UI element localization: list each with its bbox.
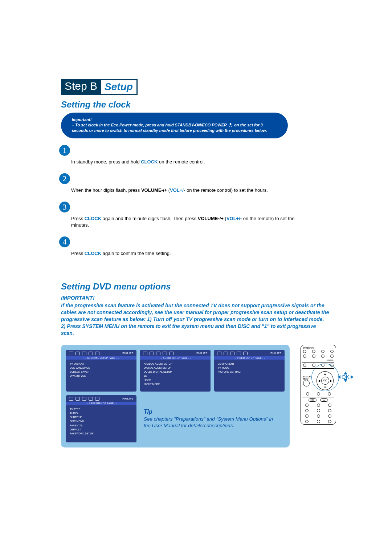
menu-iconbar: PHILIPS bbox=[66, 395, 136, 402]
section-title-clock: Setting the clock bbox=[61, 100, 337, 110]
step-header: Step B Setup bbox=[61, 79, 337, 95]
kw-volume: VOLUME-/+ bbox=[198, 216, 224, 221]
menu-item: DOLBY DIGITAL SETUP bbox=[144, 370, 207, 374]
menu-item: AUDIO bbox=[70, 411, 133, 415]
tab-icon bbox=[75, 397, 80, 401]
t: again and the minute digits flash. Then … bbox=[101, 216, 198, 221]
tab-icon bbox=[237, 352, 241, 355]
tip-label: Tip bbox=[144, 409, 281, 415]
kw-clock: CLOCK bbox=[141, 159, 158, 165]
remote-button bbox=[312, 355, 315, 358]
important2-label: IMPORTANT! bbox=[61, 295, 337, 301]
tab-icon bbox=[69, 352, 73, 355]
menu-iconbar: PHILIPS bbox=[214, 350, 285, 356]
t: ( bbox=[224, 216, 226, 221]
remote-button bbox=[317, 420, 320, 423]
menu-item: TV MODE bbox=[218, 366, 281, 370]
tab-icon bbox=[217, 352, 221, 355]
menu-title-audio: - - AUDIO SETUP PAGE - - bbox=[140, 356, 211, 360]
remote-button bbox=[328, 414, 331, 418]
important-bubble: Important! – To set clock in the Eco Pow… bbox=[61, 113, 288, 138]
remote-button bbox=[312, 364, 315, 367]
t: ( bbox=[167, 187, 170, 193]
tab-icon bbox=[156, 352, 160, 355]
step-number-2: 2 bbox=[59, 173, 70, 184]
remote-button bbox=[328, 404, 331, 407]
ok-highlight-text: OK bbox=[342, 374, 350, 380]
tab-icon bbox=[82, 352, 86, 355]
menu-item: TV DISPLAY bbox=[70, 362, 133, 366]
menu-item: SCREEN SAVER bbox=[70, 370, 133, 374]
menu-item: 3D bbox=[144, 374, 207, 378]
menu-item: OSD LANGUAGE bbox=[70, 366, 133, 370]
menu-item: HDCD bbox=[144, 378, 207, 382]
tab-icon bbox=[95, 397, 99, 401]
menu-item: DISC MENU bbox=[70, 419, 133, 423]
menu-list-general: TV DISPLAY OSD LANGUAGE SCREEN SAVER DIV… bbox=[66, 360, 136, 380]
step-text-3: Press CLOCK again and the minute digits … bbox=[71, 215, 296, 228]
kw-vol: VOL+/- bbox=[226, 216, 242, 221]
tip-box: Tip See chapters "Preparations" and "Sys… bbox=[140, 407, 285, 430]
menu-card-general: PHILIPS - - GENERAL SETUP PAGE - - TV DI… bbox=[66, 350, 136, 392]
tab-icon bbox=[82, 397, 86, 401]
menu-item: SUBTITLE bbox=[70, 415, 133, 419]
standby-label: STANDBY-ON bbox=[303, 347, 334, 349]
kw-clock: CLOCK bbox=[85, 251, 101, 256]
menu-item: PICTURE SETTING bbox=[218, 370, 281, 374]
t: In standby mode, press and hold bbox=[71, 159, 141, 165]
t: Press bbox=[71, 216, 85, 221]
step-text-4: Press CLOCK again to confirm the time se… bbox=[71, 250, 296, 257]
menu-item: DIGITAL AUDIO SETUP bbox=[144, 366, 207, 370]
brand-label: PHILIPS bbox=[196, 352, 208, 355]
important-body-before: – To set clock in the Eco Power mode, pr… bbox=[72, 123, 228, 127]
power-icon bbox=[229, 123, 232, 127]
highlight-ring-icon bbox=[311, 364, 339, 391]
menu-list-pref: TV TYPE AUDIO SUBTITLE DISC MENU PARENTA… bbox=[66, 405, 136, 438]
t: on the remote control. bbox=[158, 159, 205, 165]
menu-card-video: PHILIPS - - VIDEO SETUP PAGE - - COMPONE… bbox=[214, 350, 285, 392]
tab-icon bbox=[224, 352, 228, 355]
remote-button bbox=[317, 414, 320, 418]
menu-item: PASSWORD SETUP bbox=[70, 432, 133, 436]
source-label: SOURCE bbox=[303, 359, 334, 361]
menu-list-video: COMPONENT TV MODE PICTURE SETTING bbox=[214, 360, 285, 376]
menu-item: PARENTAL bbox=[70, 424, 133, 428]
remote-button bbox=[328, 420, 331, 423]
t: again to confirm the time setting. bbox=[101, 251, 171, 256]
tab-icon bbox=[230, 352, 234, 355]
t: Press bbox=[71, 251, 85, 256]
kw-clock: CLOCK bbox=[85, 216, 101, 221]
remote-button bbox=[305, 420, 309, 423]
clock-steps: 1 In standby mode, press and hold CLOCK … bbox=[61, 145, 337, 257]
step-number-1: 1 bbox=[59, 145, 70, 156]
ok-highlight: OK bbox=[338, 372, 354, 382]
tab-icon bbox=[75, 352, 80, 355]
remote-button bbox=[328, 409, 331, 412]
menu-list-audio: ANALOG AUDIO SETUP DIGITAL AUDIO SETUP D… bbox=[140, 360, 211, 388]
brand-label: PHILIPS bbox=[122, 352, 134, 355]
step-text-1: In standby mode, press and hold CLOCK on… bbox=[71, 159, 296, 165]
step-number-3: 3 bbox=[59, 202, 70, 212]
remote-button bbox=[306, 392, 309, 396]
remote-button bbox=[303, 350, 306, 353]
tab-icon bbox=[243, 352, 248, 355]
menu-item: ANALOG AUDIO SETUP bbox=[144, 362, 207, 366]
menu-item: TV TYPE bbox=[70, 407, 133, 411]
remote-button bbox=[303, 355, 306, 358]
remote-button bbox=[321, 350, 324, 353]
step-b-badge-light: Setup bbox=[101, 79, 138, 95]
menu-item: DEFAULT bbox=[70, 428, 133, 432]
section-dvd-menu: Setting DVD menu options IMPORTANT! If t… bbox=[61, 281, 337, 447]
menu-title-pref: - - PREFERENCE PAGE - - bbox=[66, 402, 136, 405]
step-text-2: When the hour digits flash, press VOLUME… bbox=[71, 187, 296, 194]
arrow-left-icon bbox=[338, 375, 340, 379]
menu-iconbar: PHILIPS bbox=[66, 350, 136, 356]
tab-icon bbox=[143, 352, 147, 355]
section-title-dvd: Setting DVD menu options bbox=[61, 281, 337, 292]
divider bbox=[302, 362, 334, 362]
tip-body: See chapters "Preparations" and "System … bbox=[144, 416, 281, 429]
remote-button bbox=[317, 409, 320, 412]
remote-diagram: STANDBY-ON SOURCE bbox=[301, 345, 337, 425]
t: on the remote control) to set the hours. bbox=[185, 187, 268, 193]
tab-icon bbox=[69, 397, 73, 401]
